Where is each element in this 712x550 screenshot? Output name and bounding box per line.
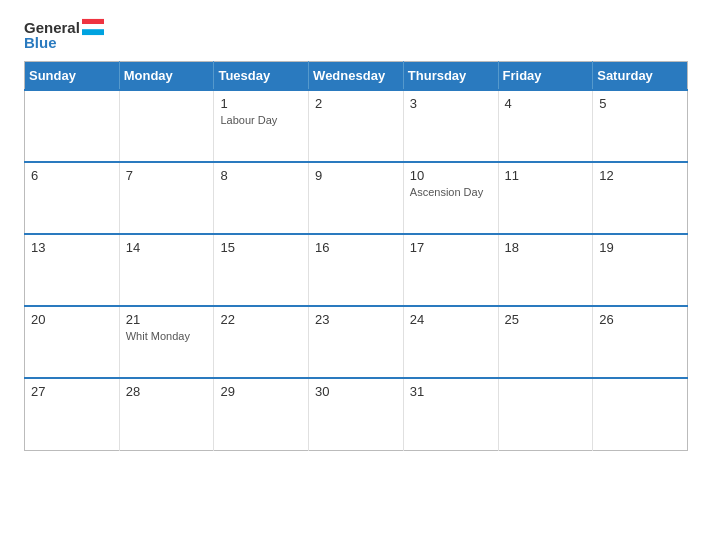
calendar-cell: 14: [119, 234, 214, 306]
calendar-cell: 30: [309, 378, 404, 450]
calendar-cell: [498, 378, 593, 450]
holiday-name: Labour Day: [220, 113, 302, 127]
col-header-monday: Monday: [119, 62, 214, 91]
holiday-name: Whit Monday: [126, 329, 208, 343]
day-number: 14: [126, 240, 208, 255]
col-header-thursday: Thursday: [403, 62, 498, 91]
calendar-cell: 12: [593, 162, 688, 234]
logo-general-text: General: [24, 19, 80, 36]
calendar-cell: 19: [593, 234, 688, 306]
calendar-cell: [25, 90, 120, 162]
calendar-cell: 27: [25, 378, 120, 450]
day-number: 26: [599, 312, 681, 327]
calendar-cell: 23: [309, 306, 404, 378]
day-number: 31: [410, 384, 492, 399]
col-header-saturday: Saturday: [593, 62, 688, 91]
calendar-cell: 1Labour Day: [214, 90, 309, 162]
logo: General Blue: [24, 18, 104, 51]
day-number: 22: [220, 312, 302, 327]
header: General Blue: [24, 18, 688, 51]
calendar-cell: 11: [498, 162, 593, 234]
calendar-cell: 25: [498, 306, 593, 378]
calendar-table: SundayMondayTuesdayWednesdayThursdayFrid…: [24, 61, 688, 451]
calendar-cell: 24: [403, 306, 498, 378]
calendar-cell: 4: [498, 90, 593, 162]
calendar-cell: 16: [309, 234, 404, 306]
calendar-cell: 5: [593, 90, 688, 162]
day-number: 20: [31, 312, 113, 327]
calendar-week-row: 678910Ascension Day1112: [25, 162, 688, 234]
calendar-cell: 13: [25, 234, 120, 306]
page: General Blue SundayMondayTuesdayWednesda…: [0, 0, 712, 550]
col-header-tuesday: Tuesday: [214, 62, 309, 91]
calendar-cell: 7: [119, 162, 214, 234]
day-number: 11: [505, 168, 587, 183]
calendar-cell: 28: [119, 378, 214, 450]
day-number: 28: [126, 384, 208, 399]
svg-rect-0: [82, 19, 104, 24]
calendar-cell: 6: [25, 162, 120, 234]
calendar-cell: 2: [309, 90, 404, 162]
day-number: 7: [126, 168, 208, 183]
day-number: 16: [315, 240, 397, 255]
calendar-cell: 9: [309, 162, 404, 234]
day-number: 21: [126, 312, 208, 327]
day-number: 15: [220, 240, 302, 255]
calendar-header-row: SundayMondayTuesdayWednesdayThursdayFrid…: [25, 62, 688, 91]
day-number: 8: [220, 168, 302, 183]
day-number: 23: [315, 312, 397, 327]
calendar-cell: 26: [593, 306, 688, 378]
day-number: 19: [599, 240, 681, 255]
calendar-cell: 17: [403, 234, 498, 306]
calendar-cell: 20: [25, 306, 120, 378]
day-number: 25: [505, 312, 587, 327]
day-number: 6: [31, 168, 113, 183]
calendar-cell: 29: [214, 378, 309, 450]
day-number: 4: [505, 96, 587, 111]
day-number: 18: [505, 240, 587, 255]
col-header-friday: Friday: [498, 62, 593, 91]
calendar-cell: 18: [498, 234, 593, 306]
day-number: 13: [31, 240, 113, 255]
day-number: 5: [599, 96, 681, 111]
logo-flag-icon: [82, 18, 104, 36]
calendar-cell: 22: [214, 306, 309, 378]
day-number: 12: [599, 168, 681, 183]
day-number: 2: [315, 96, 397, 111]
col-header-sunday: Sunday: [25, 62, 120, 91]
day-number: 9: [315, 168, 397, 183]
calendar-cell: 15: [214, 234, 309, 306]
calendar-cell: 31: [403, 378, 498, 450]
col-header-wednesday: Wednesday: [309, 62, 404, 91]
logo-blue-text: Blue: [24, 34, 57, 51]
svg-rect-2: [82, 29, 104, 35]
day-number: 3: [410, 96, 492, 111]
calendar-week-row: 13141516171819: [25, 234, 688, 306]
calendar-week-row: 1Labour Day2345: [25, 90, 688, 162]
calendar-cell: [593, 378, 688, 450]
svg-rect-1: [82, 24, 104, 29]
holiday-name: Ascension Day: [410, 185, 492, 199]
day-number: 1: [220, 96, 302, 111]
day-number: 24: [410, 312, 492, 327]
day-number: 27: [31, 384, 113, 399]
calendar-cell: 8: [214, 162, 309, 234]
calendar-cell: 10Ascension Day: [403, 162, 498, 234]
calendar-cell: [119, 90, 214, 162]
calendar-week-row: 2021Whit Monday2223242526: [25, 306, 688, 378]
day-number: 10: [410, 168, 492, 183]
day-number: 30: [315, 384, 397, 399]
calendar-cell: 21Whit Monday: [119, 306, 214, 378]
calendar-cell: 3: [403, 90, 498, 162]
day-number: 29: [220, 384, 302, 399]
day-number: 17: [410, 240, 492, 255]
calendar-week-row: 2728293031: [25, 378, 688, 450]
